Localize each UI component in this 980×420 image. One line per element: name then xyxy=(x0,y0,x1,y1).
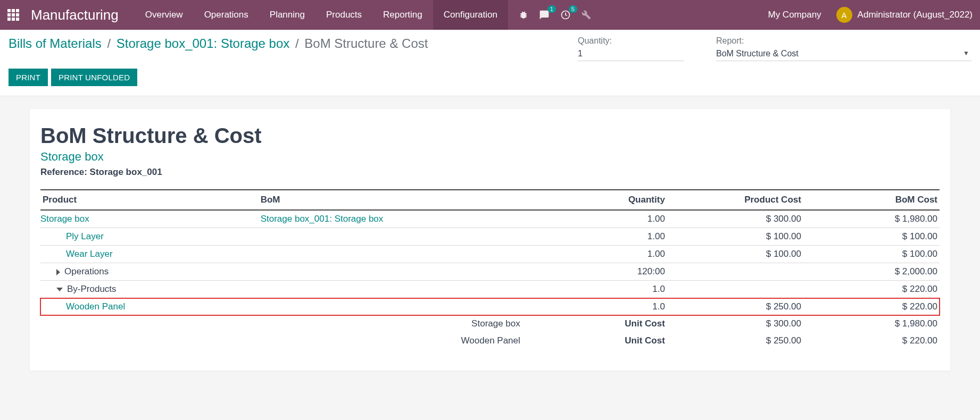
breadcrumb-current: BoM Structure & Cost xyxy=(304,36,428,51)
breadcrumb: Bills of Materials / Storage box_001: St… xyxy=(9,36,578,51)
avatar: A xyxy=(836,7,852,23)
nav-planning[interactable]: Planning xyxy=(259,0,315,30)
cell-product-cost: $ 300.00 xyxy=(667,210,803,228)
cell-bom-cost: $ 220.00 xyxy=(803,281,940,298)
footer-pcost: $ 300.00 xyxy=(667,315,803,332)
tools-icon[interactable] xyxy=(582,10,591,20)
cell-bom-cost: $ 220.00 xyxy=(803,298,940,316)
table-row: Ply Layer1.00$ 100.00$ 100.00 xyxy=(40,228,940,246)
cell-bom-cost: $ 100.00 xyxy=(803,228,940,246)
report-sheet: BoM Structure & Cost Storage box Referen… xyxy=(30,109,950,371)
print-button[interactable]: PRINT xyxy=(9,69,48,86)
product-link[interactable]: Storage box xyxy=(40,214,89,224)
apps-icon[interactable] xyxy=(7,9,19,21)
caret-right-icon[interactable] xyxy=(56,269,60,275)
th-bom: BoM xyxy=(259,190,531,210)
product-link[interactable]: Wear Layer xyxy=(66,249,113,259)
report-select[interactable] xyxy=(716,48,971,61)
breadcrumb-root[interactable]: Bills of Materials xyxy=(9,36,102,51)
user-menu[interactable]: A Administrator (August_2022) xyxy=(836,7,973,23)
main-menu: OverviewOperationsPlanningProductsReport… xyxy=(135,0,508,30)
footer-bcost: $ 220.00 xyxy=(803,332,940,349)
table-row: By-Products1.0$ 220.00 xyxy=(40,281,940,298)
th-product: Product xyxy=(40,190,259,210)
th-bcost: BoM Cost xyxy=(803,190,940,210)
product-link[interactable]: Wooden Panel xyxy=(66,301,125,312)
cell-product-cost: $ 250.00 xyxy=(667,298,803,316)
module-name[interactable]: Manufacturing xyxy=(31,7,119,23)
table-row: Wear Layer1.00$ 100.00$ 100.00 xyxy=(40,246,940,263)
table-row: Wooden Panel1.0$ 250.00$ 220.00 xyxy=(40,298,940,316)
nav-configuration[interactable]: Configuration xyxy=(433,0,508,30)
cell-qty: 1.00 xyxy=(531,210,667,228)
cell-bom-cost: $ 1,980.00 xyxy=(803,210,940,228)
cell-qty: 1.0 xyxy=(531,298,667,316)
cell-product-cost: $ 100.00 xyxy=(667,246,803,263)
cell-qty: 1.00 xyxy=(531,246,667,263)
report-reference: Reference: Storage box_001 xyxy=(40,167,940,178)
cell-bom-cost: $ 100.00 xyxy=(803,246,940,263)
footer-label: Storage box xyxy=(259,315,531,332)
cell-qty: 1.0 xyxy=(531,281,667,298)
table-row: Operations120:00$ 2,000.00 xyxy=(40,263,940,281)
row-label[interactable]: Operations xyxy=(64,266,109,276)
bom-link[interactable]: Storage box_001: Storage box xyxy=(261,214,384,224)
footer-unit: Unit Cost xyxy=(531,315,667,332)
nav-products[interactable]: Products xyxy=(315,0,372,30)
cell-qty: 1.00 xyxy=(531,228,667,246)
row-label[interactable]: By-Products xyxy=(67,284,117,294)
footer-unit: Unit Cost xyxy=(531,332,667,349)
nav-overview[interactable]: Overview xyxy=(135,0,194,30)
th-pcost: Product Cost xyxy=(667,190,803,210)
control-bar: Bills of Materials / Storage box_001: St… xyxy=(0,30,980,96)
cell-product-cost xyxy=(667,281,803,298)
messages-icon[interactable]: 1 xyxy=(539,10,550,20)
table-footer-row: Wooden PanelUnit Cost$ 250.00$ 220.00 xyxy=(40,332,940,349)
user-name: Administrator (August_2022) xyxy=(858,10,973,20)
nav-operations[interactable]: Operations xyxy=(194,0,259,30)
bom-table: Product BoM Quantity Product Cost BoM Co… xyxy=(40,189,940,349)
footer-pcost: $ 250.00 xyxy=(667,332,803,349)
breadcrumb-parent[interactable]: Storage box_001: Storage box xyxy=(117,36,290,51)
company-selector[interactable]: My Company xyxy=(768,10,821,20)
table-row: Storage boxStorage box_001: Storage box1… xyxy=(40,210,940,228)
table-footer-row: Storage boxUnit Cost$ 300.00$ 1,980.00 xyxy=(40,315,940,332)
product-link[interactable]: Ply Layer xyxy=(66,231,104,241)
report-title: BoM Structure & Cost xyxy=(40,124,940,148)
bug-icon[interactable] xyxy=(519,10,528,20)
nav-reporting[interactable]: Reporting xyxy=(372,0,433,30)
cell-product-cost: $ 100.00 xyxy=(667,228,803,246)
footer-label: Wooden Panel xyxy=(259,332,531,349)
activities-icon[interactable]: 5 xyxy=(560,10,571,20)
top-nav: Manufacturing OverviewOperationsPlanning… xyxy=(0,0,980,30)
th-qty: Quantity xyxy=(531,190,667,210)
quantity-input[interactable] xyxy=(578,48,684,61)
print-unfolded-button[interactable]: PRINT UNFOLDED xyxy=(51,69,137,86)
caret-down-icon[interactable] xyxy=(56,288,63,291)
cell-qty: 120:00 xyxy=(531,263,667,281)
cell-bom-cost: $ 2,000.00 xyxy=(803,263,940,281)
activities-badge: 5 xyxy=(569,5,577,13)
cell-product-cost xyxy=(667,263,803,281)
report-subtitle: Storage box xyxy=(40,150,940,164)
messages-badge: 1 xyxy=(547,5,556,13)
report-label: Report: xyxy=(716,36,971,46)
footer-bcost: $ 1,980.00 xyxy=(803,315,940,332)
quantity-label: Quantity: xyxy=(578,36,684,46)
